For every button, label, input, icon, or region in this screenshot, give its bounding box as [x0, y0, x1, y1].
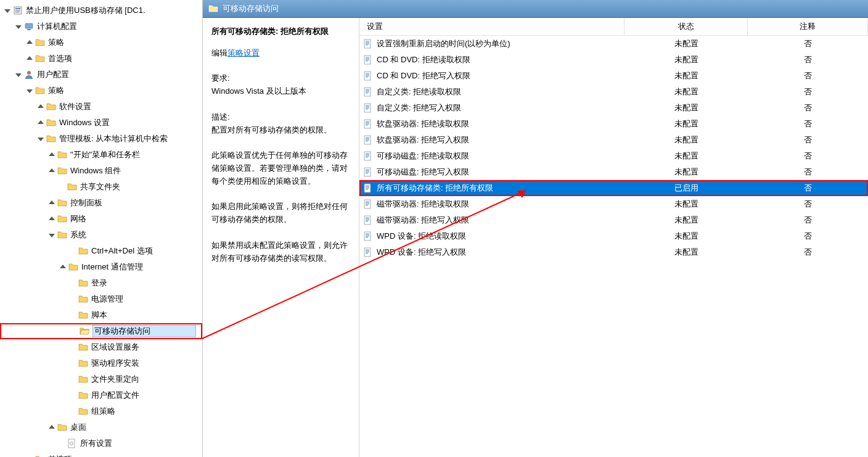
chevron-right-icon[interactable] — [47, 199, 55, 207]
list-item[interactable]: 所有可移动存储类: 拒绝所有权限已启用否 — [359, 180, 868, 196]
chevron-down-icon[interactable] — [14, 70, 22, 79]
col-comment[interactable]: 注释 — [748, 18, 868, 35]
chevron-right-icon[interactable] — [47, 150, 55, 159]
folder-icon — [78, 342, 89, 352]
tree-shared-folders[interactable]: 共享文件夹 — [0, 179, 202, 195]
list-item[interactable]: 软盘驱动器: 拒绝读取权限未配置否 — [359, 116, 868, 132]
tree-label: 首选项 — [48, 454, 197, 457]
info-panel: 所有可移动存储类: 拒绝所有权限 编辑策略设置 要求: Windows Vist… — [203, 18, 359, 457]
spacer — [57, 183, 65, 191]
tree-label: Ctrl+Alt+Del 选项 — [91, 245, 197, 257]
list-item[interactable]: CD 和 DVD: 拒绝写入权限未配置否 — [359, 68, 868, 84]
tree-power-mgmt[interactable]: 电源管理 — [0, 291, 202, 307]
tree-locale-services[interactable]: 区域设置服务 — [0, 339, 202, 355]
list-item[interactable]: 自定义类: 拒绝写入权限未配置否 — [359, 100, 868, 116]
list-item[interactable]: 软盘驱动器: 拒绝写入权限未配置否 — [359, 132, 868, 148]
tree-folder-redirect[interactable]: 文件夹重定向 — [0, 371, 202, 387]
cell-state: 未配置 — [624, 150, 748, 162]
tree-u-preferences[interactable]: 首选项 — [0, 451, 202, 457]
chevron-down-icon[interactable] — [47, 231, 55, 239]
tree-label: 登录 — [91, 278, 197, 289]
tree-network[interactable]: 网络 — [0, 211, 202, 227]
col-setting[interactable]: 设置 — [359, 18, 624, 35]
list-item[interactable]: 磁带驱动器: 拒绝读取权限未配置否 — [359, 196, 868, 212]
chevron-right-icon[interactable] — [58, 263, 67, 271]
col-state[interactable]: 状态 — [624, 18, 748, 35]
cell-state: 未配置 — [624, 38, 748, 49]
cell-comment: 否 — [748, 70, 868, 81]
cell-setting: 可移动磁盘: 拒绝写入权限 — [377, 167, 469, 178]
tree-soft-settings[interactable]: 软件设置 — [0, 99, 202, 115]
tree-u-policies[interactable]: 策略 — [0, 83, 202, 99]
tree-computer-config[interactable]: 计算机配置 — [0, 19, 202, 35]
tree-scripts[interactable]: 脚本 — [0, 307, 202, 323]
chevron-down-icon[interactable] — [2, 6, 11, 15]
tree-internet-comm[interactable]: Internet 通信管理 — [0, 259, 202, 275]
list-item[interactable]: 可移动磁盘: 拒绝写入权限未配置否 — [359, 164, 868, 180]
policy-icon — [363, 119, 373, 129]
folder-icon — [78, 294, 89, 304]
chevron-right-icon[interactable] — [47, 215, 55, 223]
tree-group-policy[interactable]: 组策略 — [0, 403, 202, 419]
list-item[interactable]: WPD 设备: 拒绝写入权限未配置否 — [359, 244, 868, 260]
chevron-right-icon[interactable] — [36, 118, 44, 127]
folder-open-icon — [79, 326, 90, 336]
tree-login[interactable]: 登录 — [0, 275, 202, 291]
policy-tree[interactable]: 禁止用户使用USB移动存储 [DC1. 计算机配置 策略 首选项 用户配置 策略… — [0, 0, 203, 457]
tree-driver-install[interactable]: 驱动程序安装 — [0, 355, 202, 371]
spacer — [68, 391, 76, 400]
tree-user-profile[interactable]: 用户配置文件 — [0, 387, 202, 403]
chevron-down-icon[interactable] — [14, 22, 22, 31]
tree-system[interactable]: 系统 — [0, 227, 202, 243]
chevron-right-icon[interactable] — [36, 102, 44, 111]
spacer — [69, 327, 78, 336]
cell-state: 未配置 — [624, 231, 748, 242]
list-item[interactable]: 可移动磁盘: 拒绝读取权限未配置否 — [359, 148, 868, 164]
tree-win-settings[interactable]: Windows 设置 — [0, 115, 202, 131]
tree-desktop[interactable]: 桌面 — [0, 419, 202, 435]
list-item[interactable]: 设置强制重新启动的时间(以秒为单位)未配置否 — [359, 36, 868, 52]
tree-c-policies[interactable]: 策略 — [0, 35, 202, 51]
chevron-down-icon[interactable] — [25, 86, 33, 95]
chevron-right-icon[interactable] — [47, 423, 55, 432]
tree-root[interactable]: 禁止用户使用USB移动存储 [DC1. — [0, 2, 202, 19]
tree-removable-storage[interactable]: 可移动存储访问 — [0, 323, 202, 339]
tree-admin-tpl[interactable]: 管理模板: 从本地计算机中检索 — [0, 131, 202, 147]
policy-icon — [363, 215, 373, 225]
tree-label: 可移动存储访问 — [92, 325, 196, 337]
tree-c-preferences[interactable]: 首选项 — [0, 51, 202, 67]
list-item[interactable]: 自定义类: 拒绝读取权限未配置否 — [359, 84, 868, 100]
list-item[interactable]: 磁带驱动器: 拒绝写入权限未配置否 — [359, 212, 868, 228]
tree-label: Windows 设置 — [59, 117, 197, 128]
folder-icon — [78, 310, 89, 320]
tree-win-components[interactable]: Windows 组件 — [0, 163, 202, 179]
tree-all-settings[interactable]: 所有设置 — [0, 435, 202, 451]
tree-user-config[interactable]: 用户配置 — [0, 67, 202, 83]
spacer — [68, 407, 76, 416]
tree-label: 组策略 — [91, 406, 197, 417]
list-rows: 设置强制重新启动的时间(以秒为单位)未配置否CD 和 DVD: 拒绝读取权限未配… — [359, 36, 868, 260]
chevron-right-icon[interactable] — [25, 38, 33, 47]
tree-label: Windows 组件 — [70, 165, 197, 176]
chevron-right-icon[interactable] — [47, 167, 55, 175]
cell-comment: 否 — [748, 231, 868, 242]
info-edit: 编辑策略设置 — [211, 47, 350, 60]
tree-label: 用户配置文件 — [91, 390, 197, 401]
right-pane: 可移动存储访问 所有可移动存储类: 拒绝所有权限 编辑策略设置 要求: Wind… — [203, 0, 868, 457]
chevron-right-icon[interactable] — [25, 54, 33, 63]
tree-ctrl-alt-del[interactable]: Ctrl+Alt+Del 选项 — [0, 243, 202, 259]
spacer — [68, 359, 76, 368]
list-item[interactable]: WPD 设备: 拒绝读取权限未配置否 — [359, 228, 868, 244]
folder-icon — [46, 118, 57, 128]
tree-start-taskbar[interactable]: "开始"菜单和任务栏 — [0, 147, 202, 163]
chevron-down-icon[interactable] — [36, 134, 44, 143]
spacer — [68, 375, 76, 384]
edit-policy-link[interactable]: 策略设置 — [227, 48, 260, 57]
spacer — [68, 311, 76, 319]
cell-comment: 否 — [748, 54, 868, 65]
cell-comment: 否 — [748, 215, 868, 226]
list-item[interactable]: CD 和 DVD: 拒绝读取权限未配置否 — [359, 52, 868, 68]
cell-comment: 否 — [748, 134, 868, 146]
policy-icon — [363, 103, 373, 113]
tree-control-panel[interactable]: 控制面板 — [0, 195, 202, 211]
